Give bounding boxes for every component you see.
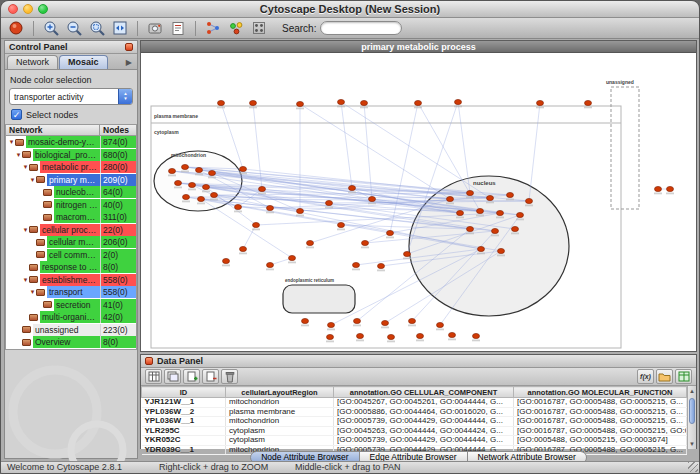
graph-node[interactable] [526, 198, 533, 203]
graph-node[interactable] [183, 194, 190, 199]
graph-node[interactable] [455, 99, 462, 104]
graph-node[interactable] [655, 186, 662, 191]
annotation-icon[interactable] [168, 19, 188, 37]
graph-node[interactable] [478, 246, 485, 251]
new-session-icon[interactable] [6, 19, 26, 37]
network-overview-icon[interactable] [203, 19, 223, 37]
expand-arrow-icon[interactable]: ▾ [29, 174, 36, 186]
graph-node[interactable] [477, 208, 484, 213]
unselect-attributes-icon[interactable] [164, 369, 181, 384]
import-attributes-icon[interactable] [656, 369, 673, 384]
expand-arrow-icon[interactable]: ▾ [8, 136, 15, 148]
tree-item-cell-communicat[interactable]: cell communicat...2(0) [6, 249, 136, 262]
graph-node[interactable] [512, 226, 519, 231]
graph-node[interactable] [415, 100, 422, 105]
delete-attribute-icon[interactable] [202, 369, 219, 384]
select-nodes-checkbox[interactable]: ✓ [11, 109, 22, 120]
tree-item-macromolecule[interactable]: macromolecule...311(0) [6, 211, 136, 224]
tab-network[interactable]: Network [7, 55, 58, 69]
graph-node[interactable] [382, 320, 389, 325]
float-panel-icon[interactable] [125, 43, 133, 51]
tree-item-biological-process[interactable]: ▾biological_process680(0) [6, 149, 136, 162]
graph-node[interactable] [235, 204, 242, 209]
graph-node[interactable] [289, 255, 296, 260]
graph-node[interactable] [467, 190, 474, 195]
graph-node[interactable] [388, 334, 395, 339]
column-header-annotation-go-cellular-component[interactable]: annotation.GO CELLULAR_COMPONENT [334, 387, 514, 398]
graph-node[interactable] [473, 333, 480, 338]
tree-item-response-to-stimul[interactable]: response to stimul...8(0) [6, 261, 136, 274]
graph-node[interactable] [357, 333, 364, 338]
graph-node[interactable] [203, 184, 210, 189]
graph-node[interactable] [189, 182, 196, 187]
graph-node[interactable] [327, 334, 334, 339]
scroll-up-icon[interactable]: ▲ [688, 386, 696, 396]
graph-node[interactable] [175, 180, 182, 185]
graph-node[interactable] [498, 248, 505, 253]
column-header-annotation-go-molecular-function[interactable]: annotation.GO MOLECULAR_FUNCTION [514, 387, 687, 398]
tree-item-overview[interactable]: Overview8(0) [6, 336, 136, 349]
graph-node[interactable] [437, 322, 444, 327]
graph-node[interactable] [361, 100, 368, 105]
tree-item-cellular-process[interactable]: ▾cellular process22(0) [6, 224, 136, 237]
zoom-out-icon[interactable] [64, 19, 84, 37]
tree-item-mosaic-demo-yeast[interactable]: ▾mosaic-demo-yeast874(0) [6, 136, 136, 149]
graph-node[interactable] [353, 262, 360, 267]
graph-node[interactable] [223, 258, 230, 263]
graph-node[interactable] [349, 185, 356, 190]
select-attributes-icon[interactable] [145, 369, 162, 384]
tree-item-nucleobase[interactable]: nucleobase...64(0) [6, 186, 136, 199]
search-input[interactable] [320, 21, 402, 35]
graph-node[interactable] [218, 100, 225, 105]
graph-node[interactable] [240, 246, 247, 251]
column-header-cellularlayoutregion[interactable]: cellularLayoutRegion [226, 387, 334, 398]
graph-node[interactable] [387, 230, 394, 235]
vizmapper-icon[interactable] [226, 19, 246, 37]
expand-arrow-icon[interactable]: ▾ [22, 161, 29, 173]
graph-node[interactable] [326, 200, 333, 205]
graph-node[interactable] [447, 196, 454, 201]
graph-node[interactable] [196, 167, 203, 172]
graph-node[interactable] [338, 222, 345, 227]
tab-scroll-right-icon[interactable]: ▶ [123, 58, 135, 69]
close-window-button[interactable] [8, 4, 18, 14]
expand-arrow-icon[interactable]: ▾ [22, 274, 29, 286]
tab-mosaic[interactable]: Mosaic [59, 55, 108, 69]
table-row[interactable]: YKR052Ccytoplasm[GO:0005739, GO:0044429,… [142, 436, 687, 446]
graph-node[interactable] [457, 210, 464, 215]
table-scrollbar[interactable]: ▲ ▼ [687, 386, 696, 449]
table-row[interactable]: YPL036W__1mitochondrion[GO:0005739, GO:0… [142, 417, 687, 427]
graph-node[interactable] [297, 101, 304, 106]
graph-node[interactable] [585, 100, 592, 105]
graph-node[interactable] [211, 192, 218, 197]
zoom-fit-icon[interactable] [110, 19, 130, 37]
graph-node[interactable] [182, 164, 189, 169]
tree-item-nitrogen-compo[interactable]: nitrogen compo...40(0) [6, 199, 136, 212]
graph-node[interactable] [302, 318, 309, 323]
graph-node[interactable] [267, 262, 274, 267]
function-builder-icon[interactable]: f(x) [637, 369, 654, 384]
graph-node[interactable] [507, 192, 514, 197]
minimize-window-button[interactable] [23, 4, 33, 14]
graph-node[interactable] [409, 318, 416, 323]
clear-attribute-icon[interactable] [221, 369, 238, 384]
expand-arrow-icon[interactable]: ▾ [22, 224, 29, 236]
graph-node[interactable] [259, 186, 266, 191]
zoom-in-icon[interactable] [41, 19, 61, 37]
graph-node[interactable] [328, 322, 335, 327]
graph-node[interactable] [297, 208, 304, 213]
graph-node[interactable] [492, 228, 499, 233]
tree-item-unassigned[interactable]: unassigned223(0) [6, 324, 136, 337]
expand-arrow-icon[interactable]: ▾ [29, 286, 36, 298]
expand-arrow-icon[interactable]: ▾ [15, 149, 22, 161]
graph-node[interactable] [497, 210, 504, 215]
tree-item-metabolic-process[interactable]: ▾metabolic process280(0) [6, 161, 136, 174]
graph-node[interactable] [338, 99, 345, 104]
graph-node[interactable] [487, 195, 494, 200]
node-color-dropdown[interactable]: transporter activity ▲▼ [9, 88, 133, 105]
network-canvas[interactable]: plasma membranecytoplasmmitochondrionnuc… [141, 53, 696, 351]
snapshot-icon[interactable] [145, 19, 165, 37]
layout-menu-icon[interactable] [249, 19, 269, 37]
network-view-title[interactable]: primary metabolic process [141, 41, 696, 53]
tree-item-secretion[interactable]: secretion41(0) [6, 299, 136, 312]
